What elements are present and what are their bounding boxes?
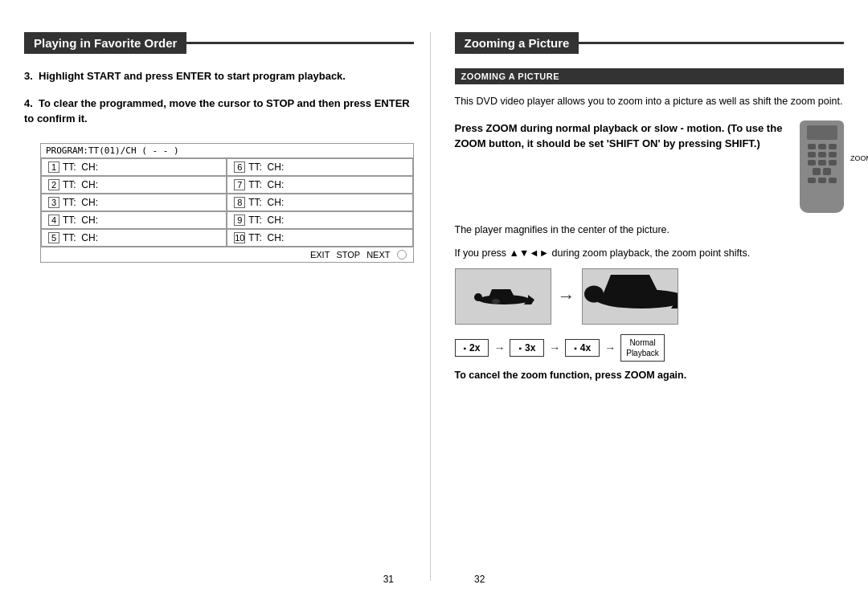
airplane-arrow: → — [558, 286, 575, 307]
zoom-2x-icon: ▪ — [464, 344, 467, 353]
remote-button — [829, 152, 837, 157]
remote-buttons-row4 — [813, 168, 831, 175]
zoom-arrow-2: → — [549, 341, 560, 354]
airplane-close — [582, 268, 678, 325]
table-row: 1 TT: CH: — [41, 158, 227, 176]
remote-button — [818, 152, 826, 157]
program-table: PROGRAM:TT(01)/CH ( - - ) 1 TT: CH: 6 TT… — [40, 143, 414, 263]
right-title: Zooming a Picture — [455, 32, 579, 54]
remote-buttons-row3 — [808, 160, 837, 166]
remote-button — [808, 144, 816, 149]
step3-text: 3. Highlight START and press ENTER to st… — [24, 68, 414, 84]
svg-point-12 — [584, 286, 604, 303]
bold-desc: Press ZOOM during normal playback or slo… — [455, 121, 791, 152]
remote-button — [829, 160, 837, 166]
table-row: 6 TT: CH: — [227, 158, 412, 176]
remote-image — [800, 121, 844, 213]
program-grid: 1 TT: CH: 6 TT: CH: 2 TT: CH: 7 TT: CH: … — [40, 157, 414, 247]
table-row: 4 TT: CH: — [41, 211, 227, 229]
airplane-far — [455, 268, 551, 325]
remote-button — [808, 160, 816, 166]
left-title: Playing in Favorite Order — [24, 32, 186, 54]
table-row: 7 TT: CH: — [227, 176, 412, 194]
zoom-arrow-3: → — [604, 341, 616, 354]
airplane-far-svg — [456, 269, 551, 325]
remote-screen — [807, 125, 837, 140]
normal-playback-box: NormalPlayback — [620, 334, 665, 362]
zoom-4x-icon: ▪ — [574, 344, 577, 353]
disc-icon — [397, 250, 407, 260]
table-row: 10 TT: CH: — [227, 229, 412, 247]
table-row: 2 TT: CH: — [41, 176, 227, 194]
airplane-row: → — [455, 268, 845, 325]
remote-button — [829, 144, 837, 149]
right-section-header: Zooming a Picture — [455, 32, 845, 54]
remote-button — [818, 178, 826, 183]
airplane-close-svg — [583, 269, 678, 325]
zoom-box-2x: ▪ 2x — [455, 339, 489, 357]
desc-text-1: This DVD video player allows you to zoom… — [455, 94, 845, 109]
cancel-text: To cancel the zoom function, press ZOOM … — [455, 370, 845, 381]
remote-button — [813, 168, 821, 175]
subsection-header: ZOOMING A PICTURE — [455, 68, 845, 84]
remote-container: ZOOM — [800, 121, 844, 213]
zoom-label-line: ZOOM — [850, 154, 868, 162]
zoom-4x-label: 4x — [580, 342, 591, 353]
program-footer: EXIT STOP NEXT — [40, 247, 414, 263]
remote-button — [823, 168, 831, 175]
zoom-3x-icon: ▪ — [518, 344, 522, 353]
remote-button — [829, 178, 837, 183]
page-numbers: 31 32 — [383, 574, 485, 585]
remote-buttons-row2 — [808, 152, 837, 157]
table-row: 3 TT: CH: — [41, 194, 227, 211]
svg-point-6 — [492, 299, 500, 304]
page-number-left: 31 — [383, 574, 394, 585]
zoom-sequence-row: ▪ 2x → ▪ 3x → ▪ 4x → NormalPlayback — [455, 334, 845, 362]
magnify-text-1: The player magnifies in the center of th… — [455, 223, 845, 238]
left-panel: Playing in Favorite Order 3. Highlight S… — [24, 32, 431, 581]
left-section-header: Playing in Favorite Order — [24, 32, 414, 54]
zoom-arrow-1: → — [493, 341, 505, 354]
step4-text: 4. To clear the programmed, move the cur… — [24, 96, 414, 127]
zoom-box-3x: ▪ 3x — [510, 339, 544, 357]
right-title-line — [579, 42, 844, 44]
remote-buttons-row5 — [808, 178, 837, 183]
remote-button — [808, 152, 816, 157]
normal-playback-label: NormalPlayback — [626, 338, 659, 358]
bold-desc-container: Press ZOOM during normal playback or slo… — [455, 121, 791, 160]
remote-button — [808, 178, 816, 183]
left-title-line — [186, 42, 413, 44]
svg-point-5 — [474, 293, 482, 301]
page-number-right: 32 — [474, 574, 485, 585]
remote-row: Press ZOOM during normal playback or slo… — [455, 121, 845, 213]
zoom-box-4x: ▪ 4x — [565, 339, 600, 357]
table-row: 5 TT: CH: — [41, 229, 227, 247]
table-row: 8 TT: CH: — [227, 194, 412, 211]
program-header: PROGRAM:TT(01)/CH ( - - ) — [40, 143, 414, 157]
remote-buttons-row1 — [808, 144, 837, 149]
zoom-label-text: ZOOM — [850, 154, 868, 162]
right-panel: Zooming a Picture ZOOMING A PICTURE This… — [431, 32, 845, 581]
table-row: 9 TT: CH: — [227, 211, 412, 229]
zoom-3x-label: 3x — [525, 342, 535, 353]
zoom-2x-label: 2x — [469, 342, 480, 353]
remote-button — [818, 144, 826, 149]
remote-button — [818, 160, 826, 166]
magnify-text-2: If you press ▲▼◄► during zoom playback, … — [455, 246, 845, 261]
